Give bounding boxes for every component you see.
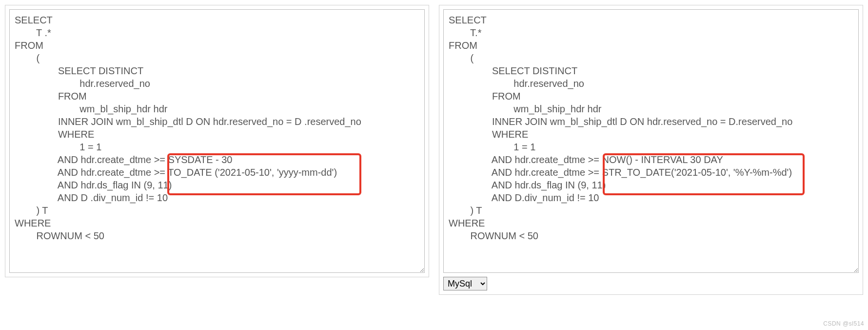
oracle-sql-pane: SELECT T .* FROM ( SELECT DISTINCT hdr.r… xyxy=(5,5,429,277)
db-type-select[interactable]: MySql xyxy=(443,277,487,290)
oracle-highlight-box xyxy=(167,153,361,195)
mysql-sql-pane: SELECT T.* FROM ( SELECT DISTINCT hdr.re… xyxy=(439,5,863,295)
mysql-sql-textarea[interactable]: SELECT T.* FROM ( SELECT DISTINCT hdr.re… xyxy=(443,9,859,273)
oracle-sql-textarea[interactable]: SELECT T .* FROM ( SELECT DISTINCT hdr.r… xyxy=(9,9,425,273)
comparison-container: SELECT T .* FROM ( SELECT DISTINCT hdr.r… xyxy=(0,0,868,330)
mysql-highlight-box xyxy=(603,153,805,195)
db-select-row: MySql xyxy=(443,277,859,290)
watermark-text: CSDN @sl514 xyxy=(823,320,864,327)
